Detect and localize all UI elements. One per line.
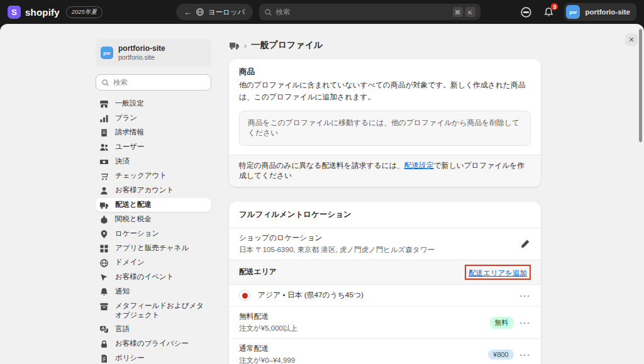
policies-icon [99, 354, 109, 363]
products-inset-note: 商品をこのプロファイルに移動するには、他のプロファイルから商品を削除してください [239, 111, 531, 146]
page-title: 一般プロファイル [251, 40, 323, 51]
sidebar-item-label: ポリシー [115, 353, 145, 363]
sidebar-store-header[interactable]: por portforio-site portforio.site [96, 39, 211, 67]
sidebar-search-input[interactable]: 検索 [96, 74, 211, 91]
duties-icon [99, 215, 109, 224]
sidekick-button[interactable] [519, 5, 533, 19]
products-card-description: 他のプロファイルに含まれていないすべての商品が対象です。新しく作成された商品は、… [239, 79, 531, 103]
search-icon [264, 8, 272, 16]
shipping-zones-label: 配送エリア [239, 267, 277, 277]
shop-location-title: ショップのロケーション [239, 233, 435, 243]
plan-icon [99, 114, 109, 123]
app-window: S shopify 2025年夏 ← ヨーロッパ 検索 ⌘ K 3 [0, 0, 644, 364]
back-arrow-icon: ← [184, 8, 192, 17]
checkout-icon [99, 172, 109, 181]
zone-more-menu-button[interactable]: ··· [520, 292, 531, 300]
shipping-truck-icon[interactable] [229, 40, 240, 51]
topbar-right: 3 por portforio-site [519, 3, 636, 21]
settings-modal: ✕ por portforio-site portforio.site 検索 一… [0, 24, 644, 364]
shopify-wordmark: shopify [25, 7, 60, 18]
breadcrumb: › 一般プロファイル [229, 38, 541, 53]
topbar-search-input[interactable]: 検索 ⌘ K [259, 4, 480, 20]
rate-name: 通常配送 [239, 344, 295, 354]
sidebar-item-shipping[interactable]: 配送と配達 [96, 198, 211, 212]
sidebar-item-label: 決済 [115, 157, 130, 166]
sidebar-item-label: お客様のプライバシー [115, 339, 189, 348]
sidebar-item-plan[interactable]: プラン [96, 111, 211, 125]
shipping-settings-link[interactable]: 配送設定 [404, 161, 434, 170]
sidebar-item-label: 言語 [115, 324, 130, 334]
settings-sidebar: por portforio-site portforio.site 検索 一般設… [96, 39, 211, 364]
close-button[interactable]: ✕ [625, 33, 638, 46]
sidebar-item-label: 配送と配達 [115, 200, 152, 209]
sidebar-item-label: ドメイン [115, 258, 145, 267]
products-card: 商品 他のプロファイルに含まれていないすべての商品が対象です。新しく作成された商… [229, 59, 541, 187]
japan-flag-icon [239, 290, 250, 301]
shipping-zone-row: アジア • 日本 (県47のうち45つ)··· [229, 285, 541, 306]
sidebar-item-label: チェックアウト [115, 171, 167, 180]
market-switcher-button[interactable]: ← ヨーロッパ [176, 4, 253, 20]
search-shortcut: ⌘ K [453, 7, 475, 17]
footer-text-prefix: 特定の商品のみに異なる配送料を請求するには、 [239, 161, 404, 170]
market-label: ヨーロッパ [208, 8, 245, 17]
sidebar-item-policies[interactable]: ポリシー [96, 351, 211, 364]
sidebar-item-label: 関税と税金 [115, 214, 152, 224]
shipping-icon [99, 201, 109, 210]
rate-more-menu-button[interactable]: ··· [520, 319, 531, 327]
sidebar-item-label: メタフィールドおよびメタオブジェクト [115, 301, 208, 320]
sidebar-nav: 一般設定プラン請求情報ユーザー決済チェックアウトお客様アカウント配送と配達関税と… [96, 97, 211, 364]
sidebar-store-domain: portforio.site [118, 53, 165, 62]
sidebar-item-label: 通知 [115, 287, 130, 296]
store-icon [99, 99, 109, 109]
sidebar-item-payments[interactable]: 決済 [96, 155, 211, 168]
annotation-highlight-box: 配送エリアを追加 [465, 265, 531, 280]
shipping-rate-row: 無料配送注文が¥5,000以上無料··· [229, 306, 541, 338]
cmd-key: ⌘ [453, 7, 463, 17]
sidebar-item-users[interactable]: ユーザー [96, 140, 211, 154]
billing-icon [99, 128, 109, 138]
settings-content: › 一般プロファイル 商品 他のプロファイルに含まれていないすべての商品が対象で… [229, 38, 541, 364]
sidebar-item-privacy[interactable]: お客様のプライバシー [96, 337, 211, 351]
sidebar-item-locations[interactable]: ロケーション [96, 227, 211, 241]
notifications-button[interactable]: 3 [541, 5, 555, 19]
customer-accounts-icon [99, 186, 109, 196]
shopify-logo[interactable]: S shopify [8, 6, 60, 19]
sidebar-item-duties[interactable]: 関税と税金 [96, 212, 211, 226]
sidekick-icon [520, 6, 532, 18]
search-icon [101, 79, 109, 87]
sidebar-search-placeholder: 検索 [113, 78, 128, 87]
sidebar-item-checkout[interactable]: チェックアウト [96, 169, 211, 183]
add-zone-link[interactable]: 配送エリアを追加 [469, 269, 527, 277]
rate-price-badge: 無料 [490, 317, 514, 329]
sidebar-item-label: お客様アカウント [115, 185, 174, 195]
scrollbar-thumb[interactable] [639, 29, 642, 142]
sidebar-item-languages[interactable]: 言語 [96, 323, 211, 336]
sidebar-item-billing[interactable]: 請求情報 [96, 126, 211, 140]
sidebar-item-notifications[interactable]: 通知 [96, 285, 211, 299]
payments-icon [99, 157, 109, 167]
rate-name: 無料配送 [239, 312, 297, 322]
products-card-footer: 特定の商品のみに異なる配送料を請求するには、配送設定で新しいプロファイルを作成し… [229, 155, 541, 187]
sidebar-item-store[interactable]: 一般設定 [96, 97, 211, 111]
shipping-rate-row: 通常配送注文が¥0–¥4,999¥800··· [229, 338, 541, 364]
edition-badge[interactable]: 2025年夏 [66, 6, 103, 18]
store-name: portforio-site [585, 8, 630, 16]
rate-more-menu-button[interactable]: ··· [520, 351, 531, 359]
sidebar-item-label: プラン [115, 113, 137, 123]
sidebar-item-label: 一般設定 [115, 99, 144, 108]
sidebar-item-apps[interactable]: アプリと販売チャネル [96, 241, 211, 255]
domains-icon [99, 258, 109, 268]
sidebar-item-metafields[interactable]: メタフィールドおよびメタオブジェクト [96, 299, 211, 322]
edit-location-button[interactable] [519, 238, 531, 250]
sidebar-item-customer-accounts[interactable]: お客様アカウント [96, 184, 211, 197]
globe-icon [196, 8, 204, 16]
store-avatar: por [566, 5, 580, 19]
sidebar-item-domains[interactable]: ドメイン [96, 256, 211, 270]
notification-count-badge: 3 [550, 3, 558, 11]
customer-events-icon [99, 273, 109, 282]
rate-price-badge: ¥800 [488, 350, 513, 360]
store-menu[interactable]: por portforio-site [564, 3, 636, 21]
sidebar-item-customer-events[interactable]: お客様のイベント [96, 270, 211, 284]
sidebar-item-label: ユーザー [115, 142, 145, 152]
sidebar-store-name: portforio-site [118, 44, 165, 53]
